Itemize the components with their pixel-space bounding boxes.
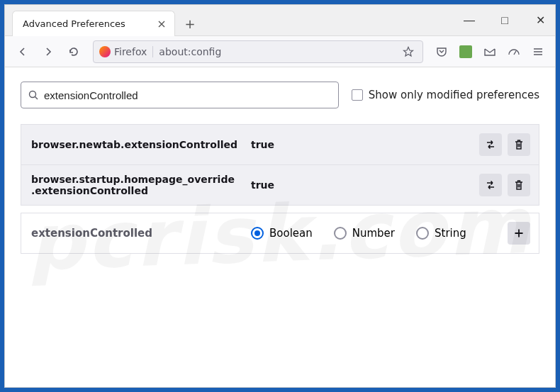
add-preference-button[interactable] [508,222,530,245]
browser-tab[interactable]: Advanced Preferences [12,11,175,36]
content-area: pcrisk.com Show only modified preference… [5,67,555,387]
preference-name: browser.startup.homepage_override.extens… [31,174,244,196]
url-identity[interactable]: Firefox [99,46,153,57]
preference-actions [479,174,530,196]
trash-icon [514,179,524,191]
close-window-button[interactable]: ✕ [530,13,551,27]
preference-row[interactable]: browser.startup.homepage_override.extens… [21,165,539,205]
tab-title: Advanced Preferences [23,18,150,29]
search-input[interactable] [44,89,331,101]
radio-label: Boolean [269,227,313,240]
delete-button[interactable] [508,133,530,156]
close-tab-button[interactable] [156,18,167,30]
url-bar[interactable]: Firefox about:config [93,40,423,63]
new-preference-row: extensionControlled Boolean Number Strin… [21,213,539,254]
new-preference-name: extensionControlled [31,227,244,240]
swap-icon [485,179,496,191]
url-prefix-label: Firefox [114,46,147,57]
search-box[interactable] [21,82,339,108]
minimize-button[interactable]: — [459,14,480,27]
back-button[interactable] [12,41,33,62]
title-bar: Advanced Preferences + — □ ✕ [5,5,555,36]
radio-icon [251,227,264,240]
search-row: Show only modified preferences [21,82,539,108]
radio-label: String [435,227,466,240]
toggle-button[interactable] [479,174,502,196]
delete-button[interactable] [508,174,530,196]
hamburger-menu-icon[interactable] [528,42,548,62]
radio-icon [334,227,347,240]
preference-value: true [251,179,472,191]
browser-window: Advanced Preferences + — □ ✕ Firefox abo [4,4,556,388]
preference-name: browser.newtab.extensionControlled [31,139,244,150]
svg-point-0 [30,91,36,98]
url-text: about:config [159,46,394,57]
show-modified-toggle[interactable]: Show only modified preferences [352,89,539,101]
window-controls: — □ ✕ [459,5,555,35]
toggle-button[interactable] [479,133,502,156]
plus-icon [514,228,524,238]
checkbox-icon [352,89,363,101]
maximize-button[interactable]: □ [494,14,515,27]
radio-boolean[interactable]: Boolean [251,227,313,240]
preference-actions [479,133,530,156]
extension-icon[interactable] [456,42,476,62]
new-tab-button[interactable]: + [179,13,201,34]
radio-string[interactable]: String [416,227,466,240]
preference-value: true [251,139,472,150]
radio-label: Number [352,227,395,240]
firefox-logo-icon [99,46,111,57]
nav-toolbar: Firefox about:config [5,36,555,67]
preference-list: browser.newtab.extensionControlled true … [21,124,539,206]
reload-button[interactable] [63,41,84,62]
show-modified-label: Show only modified preferences [369,89,539,101]
radio-icon [416,227,429,240]
mail-icon[interactable] [480,42,500,62]
pocket-icon[interactable] [432,42,452,62]
extension-badge-icon [459,45,472,58]
radio-number[interactable]: Number [334,227,395,240]
bookmark-star-icon[interactable] [400,46,417,57]
preference-row[interactable]: browser.newtab.extensionControlled true [21,125,539,165]
swap-icon [485,139,496,150]
search-icon [28,90,38,100]
forward-button[interactable] [38,41,59,62]
type-radio-group: Boolean Number String [251,227,500,240]
trash-icon [514,139,524,150]
dashboard-icon[interactable] [504,42,524,62]
